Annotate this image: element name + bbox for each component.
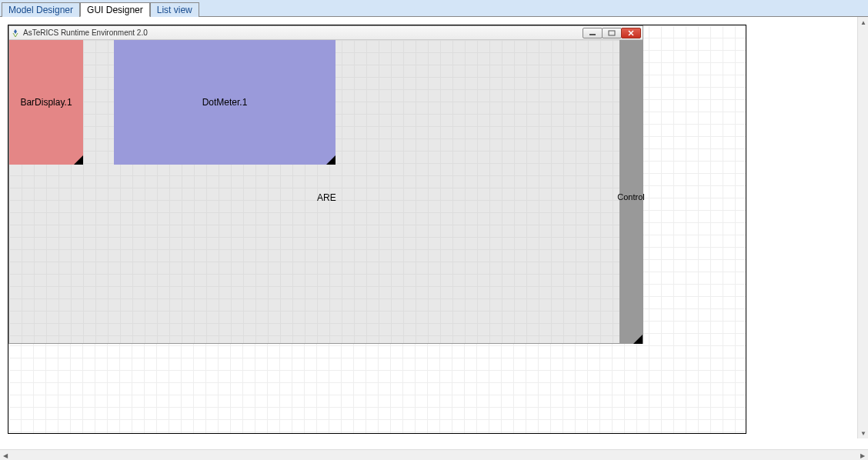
are-body[interactable]: ARE BarDisplay.1 DotMeter.1 Control (9, 40, 643, 343)
resize-handle-icon[interactable] (326, 155, 336, 165)
minimize-button[interactable] (583, 28, 603, 38)
content-area: AsTeRICS Runtime Environment 2.0 (0, 17, 868, 449)
widget-label: DotMeter.1 (202, 97, 248, 108)
resize-handle-icon[interactable] (74, 155, 83, 165)
are-label: ARE (317, 192, 336, 203)
resize-handle-icon[interactable] (633, 335, 643, 344)
scroll-right-icon[interactable]: ▶ (857, 450, 868, 460)
widget-dotmeter[interactable]: DotMeter.1 (114, 40, 336, 165)
window-title: AsTeRICS Runtime Environment 2.0 (23, 28, 583, 37)
close-button[interactable] (621, 28, 641, 38)
tab-model-designer[interactable]: Model Designer (2, 2, 80, 17)
tab-list-view[interactable]: List view (150, 2, 199, 17)
scroll-content: AsTeRICS Runtime Environment 2.0 (2, 18, 857, 448)
widget-label: Control (617, 192, 644, 202)
svg-rect-0 (589, 34, 596, 35)
window-buttons (583, 28, 641, 38)
tab-bar: Model Designer GUI Designer List view (0, 0, 868, 17)
are-titlebar[interactable]: AsTeRICS Runtime Environment 2.0 (9, 26, 643, 40)
scroll-down-icon[interactable]: ▼ (858, 428, 868, 438)
widget-control[interactable]: Control (619, 40, 643, 344)
scroll-left-icon[interactable]: ◀ (0, 450, 11, 460)
are-window[interactable]: AsTeRICS Runtime Environment 2.0 (8, 25, 643, 344)
app-icon (11, 28, 20, 38)
widget-bardisplay[interactable]: BarDisplay.1 (9, 40, 83, 165)
tab-gui-designer[interactable]: GUI Designer (80, 2, 150, 17)
scroll-up-icon[interactable]: ▲ (858, 17, 868, 28)
horizontal-scrollbar[interactable]: ◀ ▶ (0, 449, 868, 460)
widget-label: BarDisplay.1 (20, 97, 72, 108)
maximize-button[interactable] (602, 28, 622, 38)
svg-rect-1 (609, 31, 615, 35)
design-canvas[interactable]: AsTeRICS Runtime Environment 2.0 (8, 25, 746, 434)
vertical-scrollbar[interactable]: ▲ ▼ (857, 17, 868, 438)
